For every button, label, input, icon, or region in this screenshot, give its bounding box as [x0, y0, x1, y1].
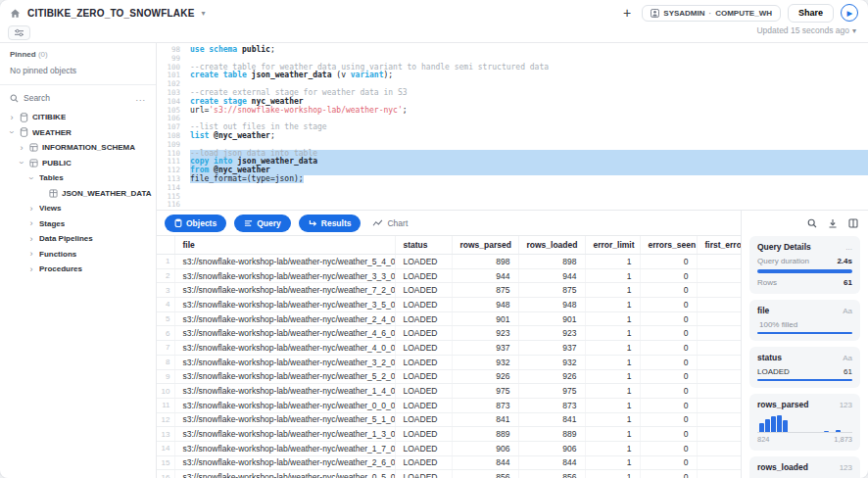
sidebar-more-icon[interactable]: ... [135, 93, 146, 103]
sidebar-item-json-weather-data[interactable]: JSON_WEATHER_DATA [0, 186, 156, 202]
table-row[interactable]: 10s3://snowflake-workshop-lab/weather-ny… [157, 384, 741, 399]
column-header-rows_loaded[interactable]: rows_loaded [518, 236, 585, 255]
cell-rows_loaded: 937 [518, 341, 585, 356]
table-row[interactable]: 15s3://snowflake-workshop-lab/weather-ny… [157, 455, 741, 470]
chevron-right-icon[interactable]: › [27, 204, 35, 214]
cell-error_limit: 1 [585, 470, 640, 478]
table-row[interactable]: 4s3://snowflake-workshop-lab/weather-nyc… [157, 298, 741, 312]
column-header-rows_parsed[interactable]: rows_parsed [452, 236, 518, 255]
sidebar-item-procedures[interactable]: ›Procedures [0, 262, 156, 277]
objects-toggle-button[interactable]: Objects [165, 215, 226, 232]
updated-caret-icon: ▾ [852, 26, 856, 35]
cell-first_error [697, 255, 741, 269]
table-row[interactable]: 3s3://snowflake-workshop-lab/weather-nyc… [157, 283, 741, 298]
worksheet-title-caret-icon[interactable]: ▾ [202, 9, 206, 18]
cell-first_error [697, 311, 741, 326]
table-row[interactable]: 11s3://snowflake-workshop-lab/weather-ny… [157, 398, 741, 412]
table-row[interactable]: 6s3://snowflake-workshop-lab/weather-nyc… [157, 326, 741, 341]
tree-item-label: PUBLIC [42, 159, 72, 167]
table-row[interactable]: 14s3://snowflake-workshop-lab/weather-ny… [157, 441, 741, 455]
rows-loaded-card[interactable]: rows_loaded 123 824 1,873 [749, 456, 860, 478]
chevron-down-icon[interactable]: › [17, 159, 26, 167]
download-icon[interactable] [828, 218, 838, 228]
search-placeholder: Search [24, 93, 50, 103]
sidebar-item-citibike[interactable]: ›CITIBIKE [0, 110, 156, 125]
cell-rows_loaded: 923 [518, 326, 585, 341]
row-number-cell: 4 [157, 298, 174, 312]
sidebar-item-tables[interactable]: ›Tables [0, 170, 156, 186]
share-button[interactable]: Share [788, 4, 834, 23]
sidebar-item-weather[interactable]: ›WEATHER [0, 125, 156, 141]
cell-rows_loaded: 944 [518, 268, 585, 283]
cell-file: s3://snowflake-workshop-lab/weather-nyc/… [174, 455, 395, 470]
chevron-right-icon[interactable]: › [8, 113, 16, 122]
chevron-right-icon[interactable]: › [27, 249, 35, 259]
object-search[interactable]: Search ... [0, 85, 156, 110]
run-button[interactable]: ▶ [841, 4, 858, 22]
cell-status: LOADED [395, 441, 452, 455]
chevron-down-icon[interactable]: › [7, 128, 17, 136]
table-row[interactable]: 16s3://snowflake-workshop-lab/weather-ny… [157, 470, 741, 478]
object-sidebar: Pinned (0) No pinned objects Search ... … [0, 43, 157, 478]
sidebar-item-stages[interactable]: ›Stages [0, 216, 156, 232]
table-row[interactable]: 8s3://snowflake-workshop-lab/weather-nyc… [157, 355, 741, 369]
results-actions [749, 211, 860, 236]
tree-item-label: INFORMATION_SCHEMA [42, 143, 135, 152]
number-type-badge: 123 [840, 463, 852, 472]
chevron-down-icon[interactable]: › [26, 174, 36, 182]
sql-editor[interactable]: 98use schema public;99100--create table … [157, 43, 868, 210]
context-selector[interactable]: SYSADMIN · COMPUTE_WH [642, 5, 781, 22]
sidebar-item-public[interactable]: ›PUBLIC [0, 156, 156, 171]
status-column-card[interactable]: status Aa LOADED 61 [749, 347, 860, 388]
column-header-first_error[interactable]: first_error [697, 236, 741, 255]
chevron-right-icon[interactable]: › [27, 234, 35, 244]
filters-button[interactable] [8, 25, 30, 40]
cell-status: LOADED [395, 455, 452, 470]
column-header-errors_seen[interactable]: errors_seen [640, 236, 697, 255]
line-code: --list out files in the stage [190, 123, 868, 132]
file-column-card[interactable]: file Aa 100% filled [749, 300, 860, 341]
table-row[interactable]: 9s3://snowflake-workshop-lab/weather-nyc… [157, 369, 741, 384]
table-row[interactable]: 1s3://snowflake-workshop-lab/weather-nyc… [157, 255, 741, 269]
histogram-bar [765, 419, 770, 432]
duration-label: Query duration [757, 257, 809, 265]
table-row[interactable]: 13s3://snowflake-workshop-lab/weather-ny… [157, 427, 741, 442]
updated-status[interactable]: Updated 15 seconds ago ▾ [756, 25, 860, 35]
table-row[interactable]: 12s3://snowflake-workshop-lab/weather-ny… [157, 412, 741, 427]
query-details-menu-icon[interactable]: ... [845, 243, 852, 252]
duration-bar [757, 269, 852, 273]
chevron-right-icon[interactable]: › [27, 218, 35, 228]
pinned-section-label: Pinned (0) [0, 43, 156, 61]
search-results-icon[interactable] [807, 218, 817, 228]
cell-first_error [697, 384, 741, 399]
column-header-status[interactable]: status [395, 236, 452, 255]
column-header-file[interactable]: file [174, 236, 395, 255]
editor-line: 115 [157, 193, 868, 202]
query-toggle-button[interactable]: Query [234, 215, 291, 232]
column-header-error_limit[interactable]: error_limit [585, 236, 640, 255]
rows-parsed-card[interactable]: rows_parsed 123 824 1,873 [749, 394, 860, 451]
worksheet-title[interactable]: CITIBIKE_ZERO_TO_SNOWFLAKE [27, 8, 195, 19]
table-row[interactable]: 2s3://snowflake-workshop-lab/weather-nyc… [157, 268, 741, 283]
results-toggle-button[interactable]: Results [299, 215, 362, 232]
sidebar-item-views[interactable]: ›Views [0, 201, 156, 216]
chart-toggle-button[interactable]: Chart [372, 218, 408, 228]
row-number-cell: 8 [157, 355, 174, 369]
new-worksheet-button[interactable]: + [623, 6, 631, 20]
columns-layout-icon[interactable] [848, 218, 858, 228]
cell-status: LOADED [395, 427, 452, 442]
table-row[interactable]: 5s3://snowflake-workshop-lab/weather-nyc… [157, 311, 741, 326]
table-row[interactable]: 7s3://snowflake-workshop-lab/weather-nyc… [157, 341, 741, 356]
sidebar-item-data-pipelines[interactable]: ›Data Pipelines [0, 231, 156, 247]
sidebar-item-functions[interactable]: ›Functions [0, 247, 156, 263]
cell-rows_parsed: 889 [452, 427, 518, 442]
cell-error_limit: 1 [585, 283, 640, 298]
database-icon [20, 113, 28, 122]
chevron-right-icon[interactable]: › [18, 143, 25, 153]
line-code: list @nyc_weather; [190, 132, 868, 141]
chevron-right-icon[interactable]: › [27, 264, 35, 274]
query-icon [244, 219, 253, 227]
home-icon[interactable] [10, 8, 21, 19]
sidebar-item-information-schema[interactable]: ›INFORMATION_SCHEMA [0, 140, 156, 156]
cell-error_limit: 1 [585, 341, 640, 356]
